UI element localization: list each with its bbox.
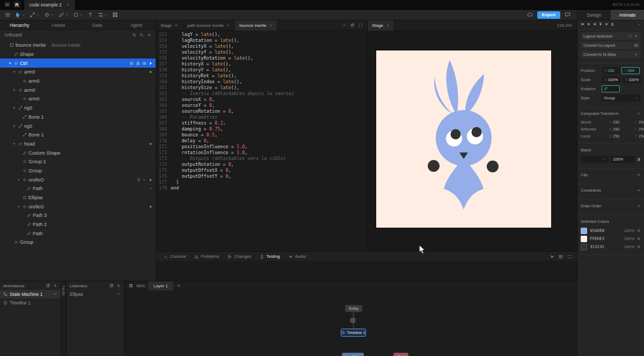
- align-options-button[interactable]: [637, 22, 641, 27]
- color-row[interactable]: 313131100%: [581, 243, 641, 251]
- chevron-icon[interactable]: [104, 13, 108, 17]
- tree-row[interactable]: ▾rig0: [0, 121, 156, 130]
- search-icon[interactable]: [140, 33, 144, 37]
- position-x-field[interactable]: X250: [602, 67, 620, 74]
- window-menu-icon[interactable]: [4, 2, 10, 8]
- tree-row[interactable]: ▾rig0: [0, 104, 156, 113]
- add-animation-icon[interactable]: [53, 284, 57, 288]
- tree-row[interactable]: Group 2: [0, 157, 156, 166]
- align-right-button[interactable]: [592, 22, 597, 27]
- target-icon[interactable]: [129, 61, 134, 66]
- color-row[interactable]: FFEDE3100%: [581, 235, 641, 243]
- tree-row[interactable]: Path 3: [0, 211, 156, 220]
- align-v-button[interactable]: [604, 22, 609, 27]
- tree-row[interactable]: Path 2: [0, 220, 156, 229]
- chevron-icon[interactable]: [21, 13, 25, 17]
- stage-canvas[interactable]: [368, 31, 577, 251]
- transition-condition-node[interactable]: [350, 318, 355, 323]
- left-tab-hierarchy[interactable]: Hierarchy: [0, 20, 39, 30]
- text-tool[interactable]: [86, 10, 95, 20]
- filter-icon[interactable]: [132, 33, 136, 37]
- tree-row[interactable]: bounce inertiebounce inertie: [0, 41, 156, 50]
- color-swatch[interactable]: [581, 244, 587, 250]
- layer-tab[interactable]: Layer 1: [148, 281, 173, 290]
- color-swatch[interactable]: [581, 228, 587, 234]
- state-machine-canvas[interactable]: Entry Timeline 1 Any State Exit: [125, 290, 577, 356]
- diamond-tool[interactable]: [42, 10, 56, 20]
- tree-row[interactable]: arm0: [0, 95, 156, 104]
- tree-row[interactable]: Group: [0, 238, 156, 247]
- duplicate-animation-icon[interactable]: [46, 284, 50, 288]
- tree-row[interactable]: Path: [0, 229, 156, 238]
- expand-chevron-icon[interactable]: ▾: [16, 205, 21, 209]
- add-constraint-icon[interactable]: [637, 188, 641, 192]
- circle-tool[interactable]: [71, 10, 85, 20]
- bone-tool[interactable]: [28, 10, 41, 20]
- character-artwork[interactable]: [376, 50, 551, 228]
- blend-mode-select[interactable]: [581, 156, 609, 163]
- target-icon[interactable]: [637, 245, 641, 249]
- scale-y-field[interactable]: Y100%: [623, 76, 642, 83]
- expand-chevron-icon[interactable]: ▾: [12, 106, 17, 110]
- tree-row[interactable]: Shape: [0, 50, 156, 59]
- stage-tab[interactable]: Stage: [368, 20, 394, 31]
- tree-row[interactable]: arm0: [0, 77, 156, 86]
- console-tab-console[interactable]: Console: [159, 252, 190, 261]
- add-layer-icon[interactable]: [177, 284, 181, 288]
- graph-zoom-level[interactable]: 95%: [136, 284, 145, 288]
- exit-node[interactable]: Exit: [393, 353, 408, 356]
- left-tab-agent[interactable]: Agent: [117, 20, 156, 30]
- close-icon[interactable]: [174, 24, 178, 27]
- entry-node[interactable]: Entry: [345, 305, 362, 312]
- mode-tab-design[interactable]: Design: [577, 10, 611, 20]
- align-bottom-button[interactable]: [610, 22, 614, 27]
- listener-item[interactable]: Ellipse: [67, 290, 124, 299]
- console-tab-problems[interactable]: Problems: [190, 252, 223, 261]
- tree-row[interactable]: ▾arm0: [0, 85, 156, 95]
- run-icon[interactable]: [550, 255, 554, 259]
- lock-icon[interactable]: [136, 61, 140, 66]
- graph-grid-icon[interactable]: [129, 284, 133, 288]
- close-document-icon[interactable]: [66, 3, 70, 6]
- scale-x-field[interactable]: X100%: [602, 76, 621, 83]
- tree-row[interactable]: ▾orelleOD: [0, 175, 156, 184]
- code-editor[interactable]: 152 lagY = late(),153 lagRotation = late…: [156, 31, 367, 251]
- grid-tool[interactable]: [111, 10, 120, 20]
- close-computed-transform-icon[interactable]: [637, 112, 641, 115]
- align-left-button[interactable]: [581, 22, 585, 27]
- play-icon[interactable]: [149, 205, 153, 209]
- minus-icon[interactable]: [116, 292, 121, 296]
- split-panel-icon[interactable]: [350, 23, 355, 27]
- document-tab[interactable]: code example 2: [24, 0, 76, 10]
- tree-row[interactable]: Bone 1: [0, 113, 156, 122]
- tree-row[interactable]: Group: [0, 166, 156, 176]
- mode-tab-animate[interactable]: Animate: [611, 10, 644, 20]
- chevron-icon[interactable]: [149, 186, 153, 191]
- sliders-tool[interactable]: [96, 10, 109, 20]
- tree-row[interactable]: ▾arm0: [0, 68, 156, 77]
- any-state-node[interactable]: Any State: [342, 353, 364, 356]
- chevron-icon[interactable]: [142, 178, 147, 182]
- play-icon[interactable]: [149, 178, 153, 182]
- expand-console-icon[interactable]: [567, 255, 572, 259]
- color-row[interactable]: 95ADE8100%: [581, 227, 641, 235]
- tree-row[interactable]: ▾orelleG: [0, 202, 156, 211]
- expand-chevron-icon[interactable]: ▾: [12, 124, 17, 128]
- eye-icon[interactable]: [142, 61, 147, 66]
- tree-row[interactable]: ▾Ctrl: [0, 59, 156, 68]
- inputs-panel-collapsed[interactable]: Inputs: [61, 281, 67, 356]
- expand-chevron-icon[interactable]: ▾: [12, 88, 17, 92]
- pen-tool[interactable]: [57, 10, 70, 20]
- timeline-state-node[interactable]: Timeline 1: [341, 329, 366, 337]
- tree-row[interactable]: Bone 1: [0, 130, 156, 140]
- maximize-panel-icon[interactable]: [358, 23, 363, 27]
- export-button[interactable]: Export: [537, 11, 560, 19]
- minimize-panel-icon[interactable]: [342, 23, 347, 27]
- close-icon[interactable]: [269, 24, 273, 27]
- convert-to-layout-button[interactable]: Convert to Layout: [581, 41, 641, 49]
- align-h-button[interactable]: [587, 22, 591, 27]
- console-tab-audio[interactable]: Audio: [284, 252, 310, 261]
- comments-icon[interactable]: [565, 12, 570, 18]
- chevron-icon[interactable]: [36, 13, 40, 17]
- layout-add-icon[interactable]: [634, 34, 638, 38]
